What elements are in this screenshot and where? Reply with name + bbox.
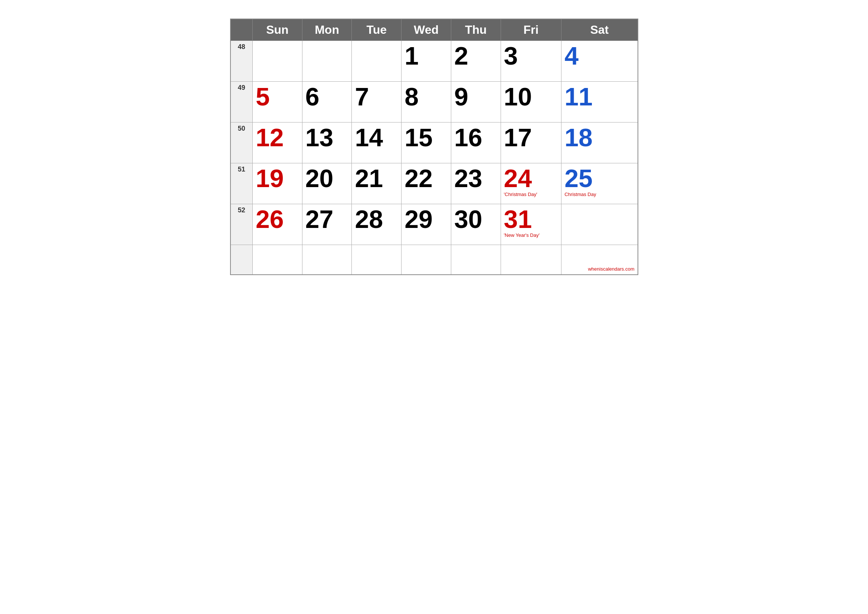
- table-row: 5012131415161718: [231, 122, 638, 163]
- header-sat: Sat: [561, 19, 638, 41]
- day-number: 15: [405, 125, 448, 150]
- day-cell: 1: [401, 41, 451, 82]
- day-cell: 24'Christmas Day': [501, 163, 561, 204]
- day-number: 9: [454, 84, 498, 109]
- day-number: 1: [405, 43, 448, 68]
- day-cell: wheniscalendars.com: [561, 245, 638, 275]
- week-number: [231, 245, 253, 275]
- day-number: 17: [504, 125, 558, 150]
- day-cell: [401, 245, 451, 275]
- table-row: 481234: [231, 41, 638, 82]
- day-number: 8: [405, 84, 448, 109]
- week-number: 49: [231, 82, 253, 122]
- table-row: 49567891011: [231, 82, 638, 122]
- day-number: 16: [454, 125, 498, 150]
- day-cell: 16: [451, 122, 501, 163]
- day-number: 28: [355, 206, 398, 232]
- day-cell: 27: [302, 204, 352, 245]
- day-cell: 19: [253, 163, 302, 204]
- day-number: 10: [504, 84, 558, 109]
- day-cell: [451, 245, 501, 275]
- week-number: 51: [231, 163, 253, 204]
- day-cell: 17: [501, 122, 561, 163]
- day-cell: [302, 245, 352, 275]
- day-cell: 7: [352, 82, 401, 122]
- day-number: 30: [454, 206, 498, 232]
- day-number: 3: [504, 43, 558, 68]
- table-row: 51192021222324'Christmas Day'25Christmas…: [231, 163, 638, 204]
- day-cell: 6: [302, 82, 352, 122]
- day-number: 31: [504, 206, 558, 232]
- day-cell: 23: [451, 163, 501, 204]
- day-cell: [302, 41, 352, 82]
- day-number: 27: [305, 206, 349, 232]
- day-number: 14: [355, 125, 398, 150]
- calendar-title: [230, 8, 638, 19]
- day-cell: [253, 245, 302, 275]
- calendar-table: Sun Mon Tue Wed Thu Fri Sat 481234495678…: [230, 19, 638, 275]
- day-number: 11: [564, 84, 634, 109]
- day-number: 23: [454, 166, 498, 191]
- day-cell: 21: [352, 163, 401, 204]
- day-number: 12: [256, 125, 299, 150]
- day-cell: [352, 41, 401, 82]
- day-number: 24: [504, 166, 558, 191]
- day-cell: [501, 245, 561, 275]
- holiday-label: 'New Year's Day': [504, 233, 558, 238]
- day-cell: 8: [401, 82, 451, 122]
- day-cell: [253, 41, 302, 82]
- day-cell: 20: [302, 163, 352, 204]
- week-number: 52: [231, 204, 253, 245]
- day-cell: 10: [501, 82, 561, 122]
- day-cell: [561, 204, 638, 245]
- day-number: 2: [454, 43, 498, 68]
- header-sun: Sun: [253, 19, 302, 41]
- day-cell: 28: [352, 204, 401, 245]
- calendar-container: Sun Mon Tue Wed Thu Fri Sat 481234495678…: [230, 8, 638, 275]
- day-cell: 4: [561, 41, 638, 82]
- day-cell: 26: [253, 204, 302, 245]
- week-number: 48: [231, 41, 253, 82]
- header-wed: Wed: [401, 19, 451, 41]
- day-number: 6: [305, 84, 349, 109]
- day-cell: 11: [561, 82, 638, 122]
- day-number: 13: [305, 125, 349, 150]
- day-cell: 14: [352, 122, 401, 163]
- day-cell: 29: [401, 204, 451, 245]
- day-number: 22: [405, 166, 448, 191]
- day-number: 21: [355, 166, 398, 191]
- day-cell: 22: [401, 163, 451, 204]
- day-cell: 2: [451, 41, 501, 82]
- holiday-label: 'Christmas Day': [504, 192, 558, 197]
- day-number: 5: [256, 84, 299, 109]
- day-cell: [352, 245, 401, 275]
- header-thu: Thu: [451, 19, 501, 41]
- header-row: Sun Mon Tue Wed Thu Fri Sat: [231, 19, 638, 41]
- holiday-label: Christmas Day: [564, 192, 634, 197]
- header-tue: Tue: [352, 19, 401, 41]
- day-cell: 31'New Year's Day': [501, 204, 561, 245]
- table-row: 52262728293031'New Year's Day': [231, 204, 638, 245]
- day-cell: 13: [302, 122, 352, 163]
- day-cell: 25Christmas Day: [561, 163, 638, 204]
- header-fri: Fri: [501, 19, 561, 41]
- day-number: 18: [564, 125, 634, 150]
- day-cell: 15: [401, 122, 451, 163]
- watermark: wheniscalendars.com: [588, 266, 634, 272]
- day-number: 26: [256, 206, 299, 232]
- day-cell: 18: [561, 122, 638, 163]
- header-no: [231, 19, 253, 41]
- day-number: 29: [405, 206, 448, 232]
- header-mon: Mon: [302, 19, 352, 41]
- day-cell: 3: [501, 41, 561, 82]
- week-number: 50: [231, 122, 253, 163]
- day-number: 25: [564, 166, 634, 191]
- day-cell: 5: [253, 82, 302, 122]
- day-cell: 9: [451, 82, 501, 122]
- day-number: 19: [256, 166, 299, 191]
- day-cell: 12: [253, 122, 302, 163]
- day-number: 7: [355, 84, 398, 109]
- day-number: 20: [305, 166, 349, 191]
- day-number: 4: [564, 43, 634, 68]
- table-row: wheniscalendars.com: [231, 245, 638, 275]
